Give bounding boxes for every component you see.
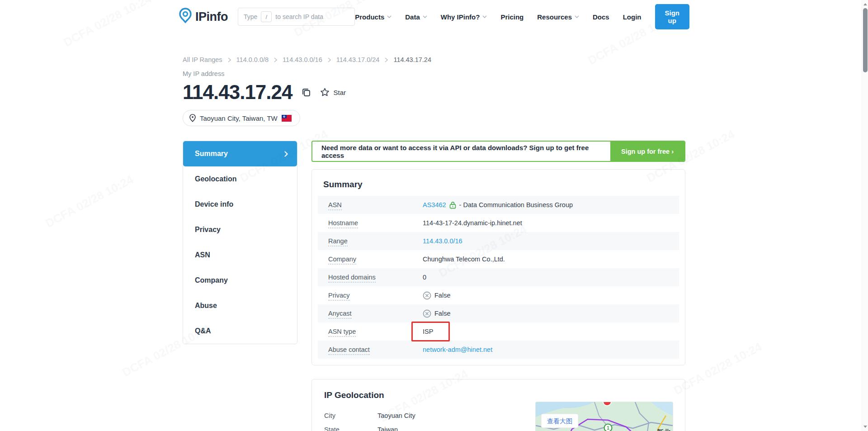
sidebar-item-geolocation[interactable]: Geolocation: [183, 166, 297, 192]
chevron-down-icon: [482, 15, 487, 18]
copy-icon: [301, 87, 311, 97]
city-value: Taoyuan City: [377, 412, 415, 419]
brand-name: IPinfo: [195, 10, 228, 24]
row-label: Company: [328, 256, 356, 265]
privacy-value: False: [434, 292, 450, 299]
nav-resources[interactable]: Resources: [537, 13, 579, 21]
row-label: ASN: [328, 201, 342, 210]
table-row-hosted-domains: Hosted domains 0: [318, 268, 679, 286]
location-text: Taoyuan City, Taiwan, TW: [200, 114, 278, 122]
nav-products[interactable]: Products: [355, 13, 392, 21]
watermark: DCFA 02/28 10:24: [43, 172, 136, 231]
table-row-hostname: Hostname 114-43-17-24.dynamic-ip.hinet.n…: [318, 214, 679, 232]
table-row-asn: ASN AS3462 - Data Communication Business…: [318, 196, 679, 214]
geolocation-map[interactable]: 1 2 65 新北: [536, 402, 673, 431]
circle-x-icon: [423, 309, 431, 318]
breadcrumb-current-ip: 114.43.17.24: [393, 56, 431, 63]
section-sidebar: Summary Geolocation Device info Privacy …: [183, 141, 297, 344]
chevron-down-icon: [575, 15, 579, 18]
anycast-value: False: [434, 310, 450, 317]
row-label: Abuse contact: [328, 346, 370, 355]
row-label: Privacy: [328, 292, 350, 301]
svg-text:查看大图: 查看大图: [547, 417, 572, 425]
asn-link[interactable]: AS3462: [423, 201, 446, 208]
breadcrumb-slash16[interactable]: 114.43.0.0/16: [283, 56, 322, 63]
search-placeholder: to search IP data: [275, 13, 323, 20]
scrollbar-thumb[interactable]: [863, 8, 868, 72]
signup-free-button[interactable]: Sign up for free ›: [610, 142, 684, 161]
chevron-right-icon: [274, 57, 277, 62]
chevron-right-icon: [228, 57, 231, 62]
asn-org-name: - Data Communication Business Group: [459, 201, 573, 208]
breadcrumb-all-ip-ranges[interactable]: All IP Ranges: [183, 56, 222, 63]
ipinfo-pin-icon: [179, 8, 192, 26]
svg-text:1: 1: [607, 426, 609, 431]
chevron-right-icon: [328, 57, 331, 62]
table-row-privacy: Privacy False: [318, 286, 679, 304]
star-icon: [320, 88, 330, 97]
location-pin-icon: [189, 114, 196, 122]
banner-message: Need more data or want to access it via …: [312, 144, 610, 159]
row-label: Range: [328, 237, 348, 246]
range-link[interactable]: 114.43.0.0/16: [423, 237, 462, 245]
search-prefix: Type: [244, 13, 257, 20]
sidebar-item-abuse[interactable]: Abuse: [183, 293, 297, 318]
sidebar-item-privacy[interactable]: Privacy: [183, 217, 297, 242]
sidebar-item-asn[interactable]: ASN: [183, 242, 297, 268]
nav-pricing[interactable]: Pricing: [500, 13, 524, 21]
copy-ip-button[interactable]: [301, 87, 311, 97]
signup-button[interactable]: Sign up: [655, 4, 690, 29]
chevron-right-icon: [385, 57, 388, 62]
page-title-ip: 114.43.17.24: [183, 81, 292, 104]
nav-docs[interactable]: Docs: [593, 13, 609, 21]
breadcrumb-slash8[interactable]: 114.0.0.0/8: [236, 56, 269, 63]
page-scrollbar[interactable]: [862, 0, 868, 431]
sidebar-item-qa[interactable]: Q&A: [183, 318, 297, 344]
sidebar-item-device-info[interactable]: Device info: [183, 192, 297, 217]
breadcrumb: All IP Ranges 114.0.0.0/8 114.43.0.0/16 …: [183, 56, 685, 63]
hosted-domains-value: 0: [423, 274, 426, 281]
asn-type-value: ISP: [423, 328, 433, 335]
route-shield-1: 1: [604, 424, 612, 431]
table-row-asn-type: ASN type ISP: [318, 322, 679, 341]
taiwan-flag-icon: [282, 115, 292, 122]
summary-card: Summary ASN AS3462 - Data Communication …: [311, 169, 685, 365]
chevron-down-icon: [387, 15, 392, 18]
table-row-anycast: Anycast False: [318, 304, 679, 322]
signup-banner: Need more data or want to access it via …: [311, 141, 685, 162]
view-larger-map-button[interactable]: 查看大图: [541, 414, 578, 428]
chevron-right-icon: [284, 151, 288, 157]
row-label: Hostname: [328, 219, 358, 228]
scrollbar-down-arrow[interactable]: [863, 426, 867, 428]
breadcrumb-slash24[interactable]: 114.43.17.0/24: [336, 56, 380, 63]
location-badge: Taoyuan City, Taiwan, TW: [183, 110, 300, 126]
geolocation-card: IP Geolocation City Taoyuan City State T…: [311, 379, 685, 431]
geolocation-card-title: IP Geolocation: [324, 390, 673, 400]
row-label: Hosted domains: [328, 274, 376, 283]
abuse-contact-link[interactable]: network-adm@hinet.net: [423, 346, 492, 353]
summary-card-title: Summary: [323, 180, 674, 189]
nav-data[interactable]: Data: [405, 13, 427, 21]
lock-icon: [449, 201, 456, 209]
watermark: DCFA 02/28 10:24: [671, 340, 764, 398]
row-label: ASN type: [328, 328, 356, 337]
company-value: Chunghwa Telecom Co.,Ltd.: [423, 256, 505, 263]
top-nav-bar: IPinfo Type / to search IP data Products…: [0, 0, 868, 33]
sidebar-item-summary[interactable]: Summary: [183, 141, 297, 166]
slash-key-hint: /: [261, 11, 272, 22]
table-row-range: Range 114.43.0.0/16: [318, 232, 679, 250]
chevron-down-icon: [423, 15, 427, 18]
row-label: Anycast: [328, 310, 352, 319]
nav-login[interactable]: Login: [623, 13, 642, 21]
circle-x-icon: [423, 291, 431, 300]
hostname-value: 114-43-17-24.dynamic-ip.hinet.net: [423, 219, 522, 227]
star-ip-button[interactable]: Star: [320, 88, 346, 97]
ipinfo-logo[interactable]: IPinfo: [179, 8, 228, 26]
search-input[interactable]: Type / to search IP data: [238, 8, 355, 26]
scrollbar-up-arrow[interactable]: [863, 3, 867, 5]
sidebar-item-company[interactable]: Company: [183, 268, 297, 293]
table-row-abuse-contact: Abuse contact network-adm@hinet.net: [318, 341, 679, 359]
nav-why-ipinfo[interactable]: Why IPinfo?: [441, 13, 487, 21]
my-ip-address-label: My IP address: [183, 70, 685, 77]
table-row-company: Company Chunghwa Telecom Co.,Ltd.: [318, 250, 679, 268]
